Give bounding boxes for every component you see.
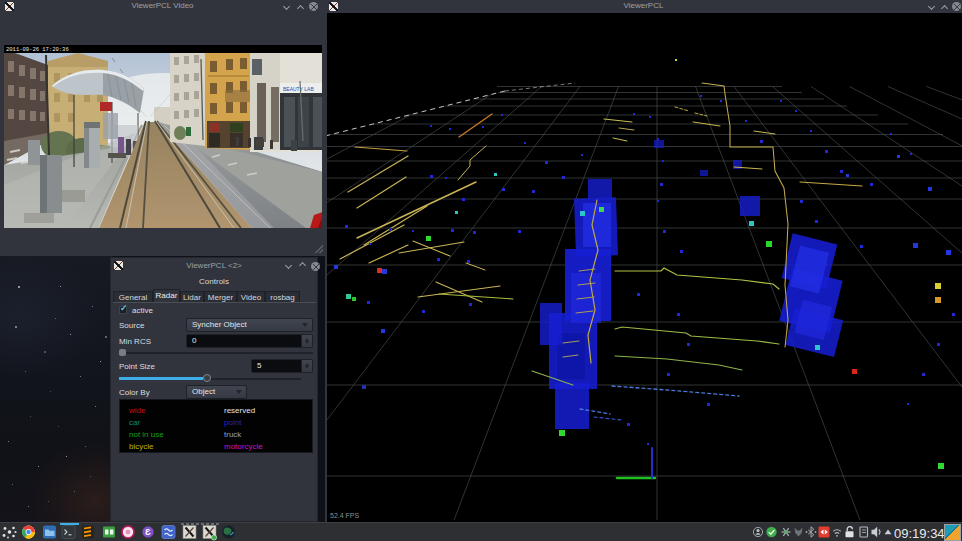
svg-text:Ɛ: Ɛ bbox=[145, 527, 151, 537]
svg-text:2011-09-26 17:20:36: 2011-09-26 17:20:36 bbox=[6, 46, 69, 53]
svg-text:BEAUTY LAB: BEAUTY LAB bbox=[283, 86, 314, 92]
